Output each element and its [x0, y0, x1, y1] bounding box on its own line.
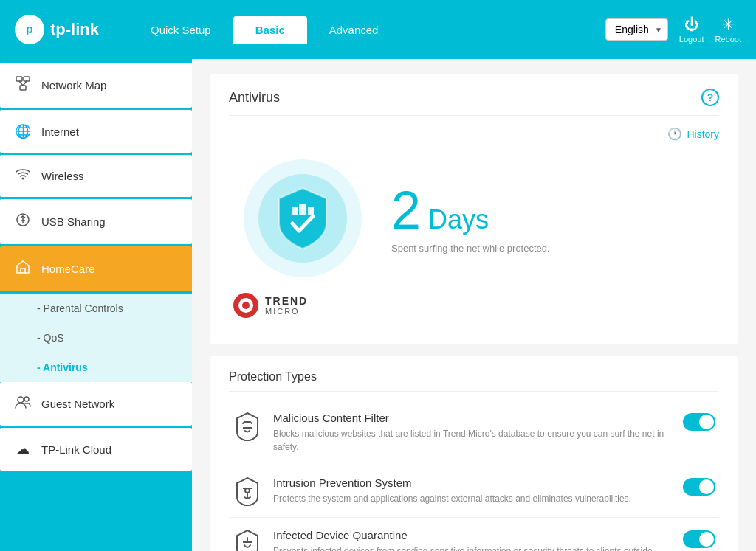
sidebar-item-internet[interactable]: 🌐 Internet: [0, 110, 192, 153]
svg-point-12: [24, 397, 29, 401]
sidebar-item-network-map[interactable]: Network Map: [0, 63, 192, 108]
days-number: 2: [391, 184, 421, 237]
intrusion-prevention-toggle[interactable]: [683, 478, 715, 496]
sidebar-item-guest-network[interactable]: Guest Network: [0, 382, 192, 426]
history-icon: 🕐: [667, 127, 682, 141]
qos-label: - QoS: [37, 332, 64, 344]
svg-point-11: [18, 397, 24, 403]
malicious-filter-desc: Blocks malicious websites that are liste…: [273, 427, 672, 454]
content-area: Antivirus ? 🕐 History: [192, 59, 756, 551]
logo-text: tp-link: [50, 20, 99, 39]
quarantine-title: Infected Device Quarantine: [273, 529, 672, 541]
protection-item-intrusion: Intrusion Prevention System Protects the…: [229, 465, 719, 518]
svg-point-25: [245, 488, 250, 493]
language-selector-wrapper: English: [605, 18, 668, 41]
svg-rect-2: [16, 77, 22, 81]
trend-micro-text: TREND MICRO: [265, 295, 308, 316]
protection-item-malicious: Malicious Content Filter Blocks maliciou…: [229, 401, 719, 465]
internet-icon: 🌐: [15, 123, 31, 139]
svg-text:p: p: [26, 23, 33, 35]
protection-types-title: Protection Types: [229, 370, 719, 392]
logout-icon: ⏻: [684, 16, 699, 33]
shield-visual: [244, 159, 362, 277]
guest-network-icon: [15, 395, 31, 412]
days-label: Days: [428, 204, 489, 235]
sidebar-item-wireless[interactable]: Wireless: [0, 155, 192, 197]
sidebar-sub-menu: - Parental Controls - QoS - Antivirus: [0, 294, 192, 382]
malicious-filter-icon: [233, 412, 262, 441]
tab-basic[interactable]: Basic: [233, 16, 307, 44]
sidebar-label-homecare: HomeCare: [41, 263, 95, 275]
reboot-button[interactable]: ✳ Reboot: [715, 15, 741, 44]
intrusion-prevention-title: Intrusion Prevention System: [273, 477, 672, 489]
sidebar-item-qos[interactable]: - QoS: [0, 323, 192, 353]
parental-controls-label: - Parental Controls: [37, 302, 123, 314]
days-row: 2 Days: [391, 184, 550, 237]
svg-rect-3: [24, 77, 30, 81]
intrusion-prevention-desc: Protects the system and applications aga…: [273, 492, 672, 505]
network-map-icon: [15, 76, 31, 94]
tab-advanced[interactable]: Advanced: [307, 16, 401, 44]
sidebar-label-network-map: Network Map: [41, 79, 106, 91]
logo: p tp-link: [15, 15, 99, 44]
sidebar: Network Map 🌐 Internet Wireless: [0, 59, 192, 551]
svg-rect-4: [20, 86, 26, 90]
header: p tp-link Quick Setup Basic Advanced Eng…: [0, 0, 756, 59]
svg-line-6: [23, 81, 27, 86]
reboot-label: Reboot: [715, 35, 741, 44]
antivirus-stats: 2 Days Spent surfing the net while prote…: [229, 152, 719, 292]
svg-point-7: [22, 178, 24, 180]
logout-button[interactable]: ⏻ Logout: [679, 16, 704, 44]
wireless-icon: [15, 168, 31, 184]
svg-line-5: [19, 81, 23, 86]
protection-types-section: Protection Types Malicious Content Filte…: [210, 356, 738, 551]
header-right: English ⏻ Logout ✳ Reboot: [605, 15, 741, 44]
antivirus-label: - Antivirus: [37, 361, 88, 373]
sidebar-label-internet: Internet: [41, 125, 79, 138]
tab-quick-setup[interactable]: Quick Setup: [128, 16, 233, 44]
sidebar-label-tplink-cloud: TP-Link Cloud: [41, 443, 111, 456]
logout-label: Logout: [679, 35, 704, 44]
days-desc: Spent surfing the net while protected.: [391, 243, 550, 254]
malicious-filter-content: Malicious Content Filter Blocks maliciou…: [273, 412, 672, 454]
sidebar-label-wireless: Wireless: [41, 170, 84, 182]
days-display: 2 Days Spent surfing the net while prote…: [391, 184, 550, 254]
sidebar-item-usb-sharing[interactable]: USB Sharing: [0, 199, 192, 244]
svg-rect-15: [308, 207, 314, 215]
trend-micro-logo: TREND MICRO: [229, 292, 719, 319]
history-link[interactable]: 🕐 History: [229, 127, 719, 141]
card-header: Antivirus ?: [229, 89, 719, 116]
quarantine-content: Infected Device Quarantine Prevents infe…: [273, 529, 672, 551]
trend-micro-icon: [233, 292, 259, 319]
sidebar-label-usb-sharing: USB Sharing: [41, 215, 106, 228]
sidebar-item-antivirus[interactable]: - Antivirus: [0, 353, 192, 382]
malicious-filter-toggle[interactable]: [683, 413, 715, 431]
antivirus-card: Antivirus ? 🕐 History: [210, 74, 738, 344]
language-select[interactable]: English: [605, 18, 668, 41]
nav-tabs: Quick Setup Basic Advanced: [128, 16, 605, 44]
intrusion-prevention-icon: [233, 477, 262, 506]
page-title: Antivirus: [229, 90, 280, 105]
reboot-icon: ✳: [722, 15, 735, 33]
homecare-icon: [15, 260, 31, 278]
malicious-filter-title: Malicious Content Filter: [273, 412, 672, 424]
protection-item-quarantine: Infected Device Quarantine Prevents infe…: [229, 518, 719, 551]
sidebar-item-parental-controls[interactable]: - Parental Controls: [0, 294, 192, 323]
usb-icon: [15, 212, 31, 231]
quarantine-desc: Prevents infected devices from sending s…: [273, 544, 672, 551]
shield-icon: [273, 185, 332, 252]
cloud-icon: ☁: [15, 441, 31, 457]
quarantine-toggle[interactable]: [683, 530, 715, 548]
svg-line-20: [250, 422, 252, 423]
logo-icon: p: [15, 15, 44, 44]
intrusion-prevention-content: Intrusion Prevention System Protects the…: [273, 477, 672, 505]
sidebar-label-guest-network: Guest Network: [41, 398, 114, 410]
svg-line-19: [243, 422, 244, 423]
svg-rect-14: [299, 204, 306, 215]
svg-rect-13: [292, 207, 298, 215]
help-button[interactable]: ?: [701, 89, 719, 106]
main-layout: Network Map 🌐 Internet Wireless: [0, 59, 756, 551]
quarantine-icon: [233, 529, 262, 551]
sidebar-item-tplink-cloud[interactable]: ☁ TP-Link Cloud: [0, 428, 192, 471]
sidebar-item-homecare[interactable]: HomeCare: [0, 246, 192, 291]
